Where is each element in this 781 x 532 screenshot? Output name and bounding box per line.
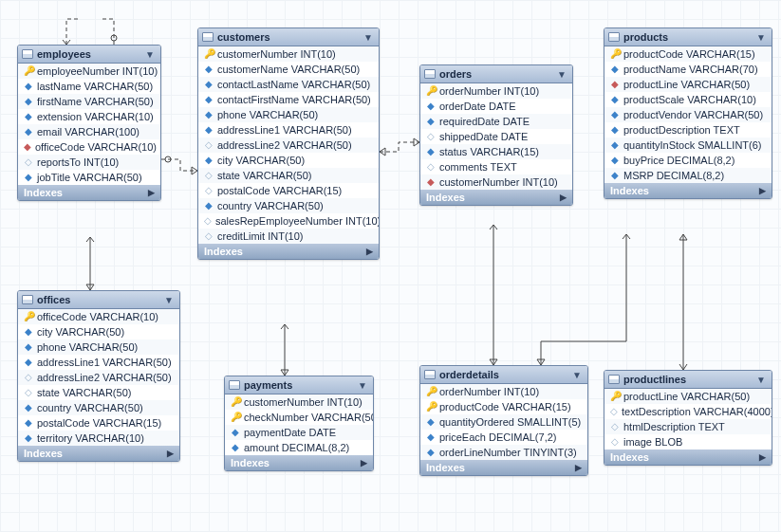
entity-payments[interactable]: payments ▼ 🔑customerNumber INT(10) 🔑chec… — [224, 376, 374, 471]
column-row[interactable]: ◆contactFirstName VARCHAR(50) — [198, 92, 379, 107]
column-row[interactable]: ◇addressLine2 VARCHAR(50) — [18, 370, 179, 385]
entity-orderdetails[interactable]: orderdetails ▼ 🔑orderNumber INT(10) 🔑pro… — [419, 365, 588, 476]
column-row[interactable]: ◆postalCode VARCHAR(15) — [18, 415, 179, 431]
column-row[interactable]: ◇state VARCHAR(50) — [198, 168, 379, 183]
column-row[interactable]: ◆MSRP DECIMAL(8,2) — [604, 168, 772, 183]
column-row[interactable]: ◆amount DECIMAL(8,2) — [225, 440, 373, 455]
collapse-icon[interactable]: ▼ — [756, 375, 766, 385]
column-row[interactable]: ◆country VARCHAR(50) — [18, 400, 179, 415]
collapse-icon[interactable]: ▼ — [145, 49, 155, 60]
entity-header[interactable]: customers ▼ — [198, 28, 379, 46]
collapse-icon[interactable]: ▼ — [363, 32, 373, 43]
column-row[interactable]: ◆orderLineNumber TINYINT(3) — [420, 445, 587, 460]
column-row[interactable]: ◆productVendor VARCHAR(50) — [604, 107, 772, 122]
column-row[interactable]: ◇postalCode VARCHAR(15) — [198, 183, 379, 198]
column-row[interactable]: ◇textDescription VARCHAR(4000) — [604, 404, 772, 419]
entity-header[interactable]: offices ▼ — [18, 291, 179, 309]
column-row[interactable]: ◇state VARCHAR(50) — [18, 385, 179, 400]
indexes-section[interactable]: Indexes▶ — [604, 449, 772, 465]
column-row[interactable]: 🔑productLine VARCHAR(50) — [604, 389, 772, 404]
column-row[interactable]: ◇salesRepEmployeeNumber INT(10) — [198, 213, 379, 229]
column-row[interactable]: ◇creditLimit INT(10) — [198, 229, 379, 244]
entity-orders[interactable]: orders ▼ 🔑orderNumber INT(10) ◆orderDate… — [419, 64, 573, 206]
column-row[interactable]: ◇htmlDescription TEXT — [604, 419, 772, 434]
column-row[interactable]: ◆orderDate DATE — [420, 99, 572, 114]
indexes-section[interactable]: Indexes▶ — [420, 460, 587, 475]
column-row[interactable]: ◆requiredDate DATE — [420, 114, 572, 129]
column-row[interactable]: ◇reportsTo INT(10) — [18, 155, 160, 170]
column-row[interactable]: ◇shippedDate DATE — [420, 129, 572, 144]
expand-icon[interactable]: ▶ — [366, 247, 373, 256]
column-row[interactable]: ◆buyPrice DECIMAL(8,2) — [604, 153, 772, 168]
column-row[interactable]: ◆officeCode VARCHAR(10) — [18, 139, 160, 155]
column-row[interactable]: ◆phone VARCHAR(50) — [198, 107, 379, 122]
column-row[interactable]: 🔑employeeNumber INT(10) — [18, 64, 160, 79]
indexes-section[interactable]: Indexes▶ — [604, 183, 772, 198]
column-row[interactable]: ◆customerName VARCHAR(50) — [198, 62, 379, 77]
column-row[interactable]: 🔑customerNumber INT(10) — [198, 46, 379, 62]
indexes-section[interactable]: Indexes▶ — [225, 455, 373, 470]
column-row[interactable]: ◆firstName VARCHAR(50) — [18, 94, 160, 109]
entity-header[interactable]: products ▼ — [604, 28, 772, 46]
column-row[interactable]: ◆productLine VARCHAR(50) — [604, 77, 772, 92]
collapse-icon[interactable]: ▼ — [557, 69, 567, 80]
expand-icon[interactable]: ▶ — [167, 449, 174, 458]
column-row[interactable]: ◆addressLine1 VARCHAR(50) — [198, 122, 379, 138]
entity-header[interactable]: employees ▼ — [18, 46, 160, 64]
indexes-section[interactable]: Indexes▶ — [420, 190, 572, 205]
indexes-section[interactable]: Indexes▶ — [198, 244, 379, 259]
column-row[interactable]: ◆addressLine1 VARCHAR(50) — [18, 355, 179, 370]
column-row[interactable]: ◆productDescription TEXT — [604, 122, 772, 138]
column-row[interactable]: ◆territory VARCHAR(10) — [18, 431, 179, 446]
column-row[interactable]: 🔑officeCode VARCHAR(10) — [18, 309, 179, 324]
column-row[interactable]: ◆productName VARCHAR(70) — [604, 62, 772, 77]
column-row[interactable]: ◆paymentDate DATE — [225, 425, 373, 440]
column-row[interactable]: ◆lastName VARCHAR(50) — [18, 79, 160, 94]
entity-header[interactable]: productlines ▼ — [604, 371, 772, 389]
column-row[interactable]: 🔑orderNumber INT(10) — [420, 83, 572, 99]
entity-header[interactable]: orderdetails ▼ — [420, 366, 587, 384]
column-row[interactable]: 🔑checkNumber VARCHAR(50) — [225, 410, 373, 425]
column-row[interactable]: ◆quantityInStock SMALLINT(6) — [604, 138, 772, 153]
collapse-icon[interactable]: ▼ — [164, 295, 174, 305]
column-row[interactable]: ◆email VARCHAR(100) — [18, 124, 160, 139]
collapse-icon[interactable]: ▼ — [572, 370, 582, 380]
column-row[interactable]: ◆customerNumber INT(10) — [420, 174, 572, 190]
col-icon: ◆ — [204, 110, 214, 119]
column-row[interactable]: 🔑productCode VARCHAR(15) — [420, 399, 587, 414]
column-row[interactable]: ◆jobTitle VARCHAR(50) — [18, 170, 160, 185]
column-row[interactable]: ◆extension VARCHAR(10) — [18, 109, 160, 124]
column-row[interactable]: ◆phone VARCHAR(50) — [18, 339, 179, 355]
column-row[interactable]: ◆priceEach DECIMAL(7,2) — [420, 430, 587, 445]
expand-icon[interactable]: ▶ — [575, 463, 582, 472]
column-row[interactable]: ◆status VARCHAR(15) — [420, 144, 572, 159]
column-row[interactable]: 🔑customerNumber INT(10) — [225, 394, 373, 410]
expand-icon[interactable]: ▶ — [759, 452, 766, 462]
entity-customers[interactable]: customers ▼ 🔑customerNumber INT(10) ◆cus… — [197, 28, 380, 260]
collapse-icon[interactable]: ▼ — [358, 380, 367, 391]
entity-productlines[interactable]: productlines ▼ 🔑productLine VARCHAR(50) … — [604, 370, 772, 466]
indexes-section[interactable]: Indexes▶ — [18, 446, 179, 461]
entity-offices[interactable]: offices ▼ 🔑officeCode VARCHAR(10) ◆city … — [17, 290, 180, 462]
expand-icon[interactable]: ▶ — [560, 193, 567, 202]
column-row[interactable]: ◆city VARCHAR(50) — [18, 324, 179, 339]
column-row[interactable]: 🔑productCode VARCHAR(15) — [604, 46, 772, 62]
indexes-section[interactable]: Indexes▶ — [18, 185, 160, 200]
collapse-icon[interactable]: ▼ — [756, 32, 766, 43]
column-row[interactable]: ◆productScale VARCHAR(10) — [604, 92, 772, 107]
expand-icon[interactable]: ▶ — [148, 188, 155, 197]
entity-header[interactable]: orders ▼ — [420, 65, 572, 83]
column-row[interactable]: ◆contactLastName VARCHAR(50) — [198, 77, 379, 92]
entity-header[interactable]: payments ▼ — [225, 376, 373, 394]
column-row[interactable]: ◇image BLOB — [604, 434, 772, 449]
column-row[interactable]: ◆country VARCHAR(50) — [198, 198, 379, 213]
column-row[interactable]: ◇addressLine2 VARCHAR(50) — [198, 138, 379, 153]
column-row[interactable]: ◆city VARCHAR(50) — [198, 153, 379, 168]
column-row[interactable]: 🔑orderNumber INT(10) — [420, 384, 587, 399]
column-row[interactable]: ◆quantityOrdered SMALLINT(5) — [420, 414, 587, 430]
entity-products[interactable]: products ▼ 🔑productCode VARCHAR(15) ◆pro… — [604, 28, 772, 199]
entity-employees[interactable]: employees ▼ 🔑employeeNumber INT(10) ◆las… — [17, 45, 161, 201]
column-row[interactable]: ◇comments TEXT — [420, 159, 572, 174]
expand-icon[interactable]: ▶ — [759, 186, 766, 195]
expand-icon[interactable]: ▶ — [361, 458, 367, 468]
